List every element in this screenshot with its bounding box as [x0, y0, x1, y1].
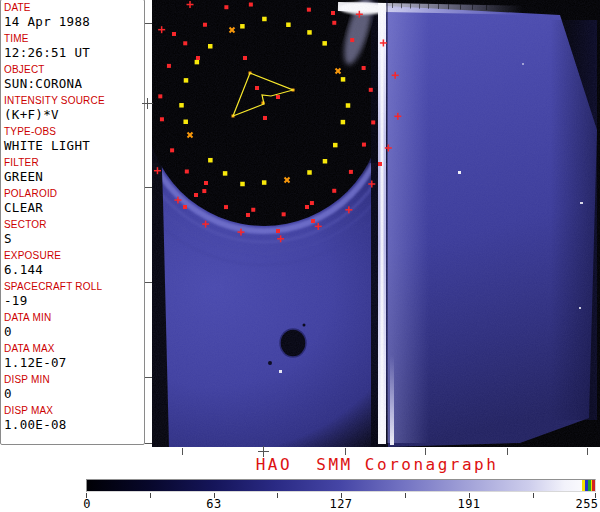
metadata-field-type-obs: TYPE-OBSWHITE LIGHT — [4, 126, 144, 153]
image-caption: HAO SMM Coronagraph — [252, 457, 502, 473]
metadata-field-data-max: DATA MAX1.12E-07 — [4, 343, 144, 370]
field-value: WHITE LIGHT — [4, 138, 144, 153]
metadata-field-spacecraft-roll: SPACECRAFT ROLL-19 — [4, 281, 144, 308]
colorbar-tick — [405, 493, 406, 498]
field-label: DISP MIN — [4, 374, 144, 386]
field-label: FILTER — [4, 157, 144, 169]
field-value: (K+F)*V — [4, 107, 144, 122]
field-label: DATA MIN — [4, 312, 144, 324]
metadata-field-disp-min: DISP MIN0 — [4, 374, 144, 401]
image-tick — [507, 448, 508, 455]
colorbar-label: 191 — [457, 498, 480, 511]
metadata-field-object: OBJECTSUN:CORONA — [4, 64, 144, 91]
image-tick — [182, 448, 183, 455]
field-label: TIME — [4, 33, 144, 45]
field-value: 14 Apr 1988 — [4, 14, 144, 29]
image-tick — [345, 448, 346, 455]
colorbar-tick — [150, 493, 151, 498]
smm-viewer-window: DATE14 Apr 1988 TIME12:26:51 UT OBJECTSU… — [0, 0, 600, 512]
colorbar-tick — [277, 493, 278, 498]
field-label: OBJECT — [4, 64, 144, 76]
metadata-panel: DATE14 Apr 1988 TIME12:26:51 UT OBJECTSU… — [0, 0, 145, 445]
field-label: SPACECRAFT ROLL — [4, 281, 144, 293]
field-label: POLAROID — [4, 188, 144, 200]
coronagraph-image — [152, 0, 600, 447]
metadata-field-time: TIME12:26:51 UT — [4, 33, 144, 60]
coronagraph-rendering — [152, 0, 600, 447]
image-tick — [145, 23, 152, 24]
colorbar-label: 255 — [575, 498, 598, 511]
field-label: INTENSITY SOURCE — [4, 95, 144, 107]
field-label: DISP MAX — [4, 405, 144, 417]
field-value: 0 — [4, 324, 144, 339]
field-value: CLEAR — [4, 200, 144, 215]
colorbar-label: 127 — [329, 498, 352, 511]
field-value: 12:26:51 UT — [4, 45, 144, 60]
field-label: EXPOSURE — [4, 250, 144, 262]
field-value: -19 — [4, 293, 144, 308]
field-value: 1.00E-08 — [4, 417, 144, 432]
image-tick — [145, 187, 152, 188]
metadata-field-data-min: DATA MIN0 — [4, 312, 144, 339]
colorbar — [86, 479, 596, 492]
field-label: DATE — [4, 2, 144, 14]
field-value: S — [4, 231, 144, 246]
noise-overlay — [152, 0, 600, 447]
field-value: 0 — [4, 386, 144, 401]
field-label: DATA MAX — [4, 343, 144, 355]
colorbar-label: 0 — [83, 498, 91, 511]
metadata-field-filter: FILTERGREEN — [4, 157, 144, 184]
metadata-field-exposure: EXPOSURE6.144 — [4, 250, 144, 277]
registration-cross — [142, 98, 153, 109]
colorbar-tick — [533, 493, 534, 498]
field-value: 6.144 — [4, 262, 144, 277]
metadata-field-date: DATE14 Apr 1988 — [4, 2, 144, 29]
field-value: GREEN — [4, 169, 144, 184]
image-tick — [425, 448, 426, 455]
image-tick — [145, 443, 152, 444]
metadata-field-disp-max: DISP MAX1.00E-08 — [4, 405, 144, 432]
image-tick — [587, 448, 588, 455]
field-label: TYPE-OBS — [4, 126, 144, 138]
field-label: SECTOR — [4, 219, 144, 231]
colorbar-stripe-red — [592, 480, 595, 491]
image-tick — [145, 282, 152, 283]
field-value: SUN:CORONA — [4, 76, 144, 91]
metadata-field-intensity-source: INTENSITY SOURCE(K+F)*V — [4, 95, 144, 122]
metadata-field-sector: SECTORS — [4, 219, 144, 246]
image-tick — [145, 377, 152, 378]
field-value: 1.12E-07 — [4, 355, 144, 370]
colorbar-label: 63 — [206, 498, 221, 511]
metadata-field-polaroid: POLAROIDCLEAR — [4, 188, 144, 215]
